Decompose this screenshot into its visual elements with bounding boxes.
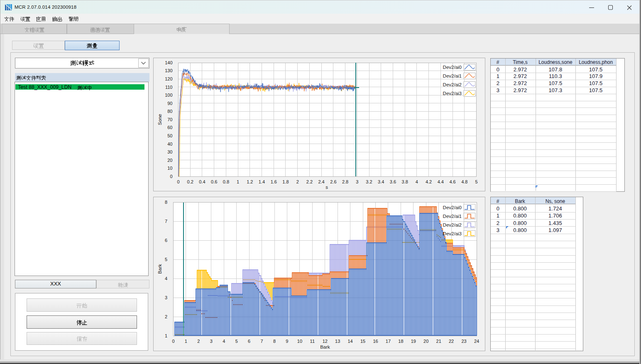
svg-text:18: 18 bbox=[398, 339, 403, 344]
svg-text:1: 1 bbox=[165, 333, 167, 338]
svg-text:Bark: Bark bbox=[157, 264, 162, 274]
svg-text:0: 0 bbox=[170, 174, 172, 179]
svg-text:Sone: Sone bbox=[157, 114, 162, 125]
svg-text:1.2: 1.2 bbox=[247, 179, 253, 184]
svg-text:1: 1 bbox=[237, 179, 239, 184]
svg-text:2.2: 2.2 bbox=[306, 179, 313, 184]
svg-text:3.2: 3.2 bbox=[366, 179, 372, 184]
svg-text:Dev2/ai3: Dev2/ai3 bbox=[443, 91, 462, 96]
svg-text:20: 20 bbox=[423, 339, 428, 344]
svg-text:50: 50 bbox=[167, 133, 172, 138]
svg-text:23: 23 bbox=[461, 339, 466, 344]
svg-text:0.8: 0.8 bbox=[223, 179, 229, 184]
svg-text:100: 100 bbox=[165, 93, 172, 98]
svg-text:9: 9 bbox=[286, 339, 288, 344]
svg-text:1: 1 bbox=[185, 339, 187, 344]
svg-text:90: 90 bbox=[167, 101, 172, 106]
svg-text:110: 110 bbox=[165, 85, 173, 90]
svg-text:40: 40 bbox=[167, 142, 172, 147]
svg-text:2.8: 2.8 bbox=[342, 179, 348, 184]
svg-text:140: 140 bbox=[165, 60, 172, 65]
svg-text:0.2: 0.2 bbox=[187, 179, 193, 184]
svg-text:16: 16 bbox=[373, 339, 378, 344]
svg-text:Dev2/ai0: Dev2/ai0 bbox=[443, 65, 462, 70]
svg-text:1.6: 1.6 bbox=[271, 179, 277, 184]
svg-text:Dev2/ai1: Dev2/ai1 bbox=[443, 214, 462, 219]
svg-text:2.6: 2.6 bbox=[330, 179, 336, 184]
svg-text:30: 30 bbox=[167, 149, 172, 154]
svg-text:13: 13 bbox=[335, 339, 340, 344]
svg-text:Dev2/ai1: Dev2/ai1 bbox=[443, 73, 462, 78]
svg-text:80: 80 bbox=[167, 109, 172, 114]
svg-text:4: 4 bbox=[223, 339, 225, 344]
svg-text:4.2: 4.2 bbox=[426, 179, 432, 184]
svg-text:Bark: Bark bbox=[320, 344, 330, 349]
svg-text:1.4: 1.4 bbox=[259, 179, 265, 184]
svg-text:3.8: 3.8 bbox=[402, 179, 408, 184]
svg-text:3.4: 3.4 bbox=[378, 179, 384, 184]
svg-text:19: 19 bbox=[411, 339, 416, 344]
svg-text:6: 6 bbox=[165, 238, 167, 243]
svg-text:3: 3 bbox=[210, 339, 213, 344]
svg-text:24: 24 bbox=[474, 339, 479, 344]
svg-text:3: 3 bbox=[356, 179, 358, 184]
svg-text:10: 10 bbox=[167, 166, 172, 171]
svg-text:s: s bbox=[325, 185, 328, 190]
svg-text:70: 70 bbox=[167, 117, 172, 122]
svg-text:22: 22 bbox=[449, 339, 454, 344]
svg-text:130: 130 bbox=[165, 68, 172, 73]
svg-text:8: 8 bbox=[165, 200, 167, 205]
svg-text:4.6: 4.6 bbox=[449, 179, 455, 184]
svg-text:Dev2/ai2: Dev2/ai2 bbox=[443, 222, 462, 227]
svg-text:11: 11 bbox=[310, 339, 315, 344]
svg-text:3: 3 bbox=[165, 295, 167, 300]
svg-text:2: 2 bbox=[296, 179, 299, 184]
svg-text:10: 10 bbox=[297, 339, 302, 344]
svg-text:20: 20 bbox=[167, 158, 172, 163]
svg-text:5: 5 bbox=[165, 257, 167, 262]
svg-text:60: 60 bbox=[167, 125, 172, 130]
svg-text:6: 6 bbox=[248, 339, 250, 344]
svg-text:0: 0 bbox=[172, 339, 174, 344]
svg-text:7: 7 bbox=[261, 339, 263, 344]
svg-text:0.6: 0.6 bbox=[211, 179, 217, 184]
svg-text:Dev2/ai0: Dev2/ai0 bbox=[443, 205, 462, 210]
svg-text:0.4: 0.4 bbox=[199, 179, 205, 184]
svg-text:3.6: 3.6 bbox=[390, 179, 396, 184]
svg-text:12: 12 bbox=[323, 339, 328, 344]
svg-text:4.4: 4.4 bbox=[438, 179, 444, 184]
svg-text:5: 5 bbox=[235, 339, 238, 344]
svg-text:8: 8 bbox=[273, 339, 276, 344]
svg-text:7: 7 bbox=[165, 219, 167, 224]
svg-text:4.8: 4.8 bbox=[461, 179, 467, 184]
svg-text:4: 4 bbox=[165, 276, 167, 281]
svg-text:0: 0 bbox=[177, 179, 179, 184]
svg-text:4: 4 bbox=[416, 179, 418, 184]
svg-text:2.4: 2.4 bbox=[318, 179, 324, 184]
svg-text:17: 17 bbox=[386, 339, 391, 344]
svg-text:21: 21 bbox=[436, 339, 441, 344]
svg-text:1.8: 1.8 bbox=[282, 179, 289, 184]
svg-text:5: 5 bbox=[475, 179, 477, 184]
svg-text:Dev2/ai2: Dev2/ai2 bbox=[443, 82, 462, 87]
svg-text:15: 15 bbox=[360, 339, 365, 344]
svg-text:Dev2/ai3: Dev2/ai3 bbox=[443, 231, 462, 236]
svg-text:14: 14 bbox=[347, 339, 352, 344]
svg-text:2: 2 bbox=[197, 339, 200, 344]
svg-text:120: 120 bbox=[165, 76, 172, 81]
svg-text:2: 2 bbox=[165, 314, 167, 319]
